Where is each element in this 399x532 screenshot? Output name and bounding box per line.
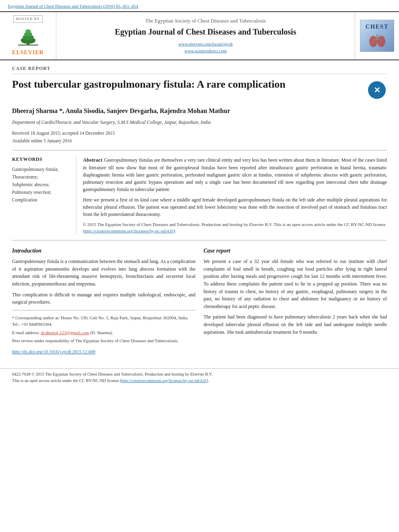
abstract-paragraph2: Here we present a first of its kind case… [83, 196, 387, 218]
journal-link1[interactable]: www.elsevier.com/locate/ejcdt [179, 41, 233, 48]
abstract-text-p1: Gastropulmonary fistulas are themselves … [83, 157, 387, 192]
abstract-keywords-section: KEYWORDS Gastropulmonary fistula; Thorac… [12, 150, 387, 240]
case-report-para1: We present a case of a 32 year old femal… [204, 258, 387, 310]
lungs-icon [367, 33, 387, 49]
available-date: Available online 5 January 2016 [12, 138, 72, 143]
case-report-column: Case report We present a case of a 32 ye… [204, 247, 387, 355]
abstract-license-link[interactable]: http://creativecommons.org/licenses/by-n… [84, 228, 174, 233]
body-columns: Introduction Gastropulmonary fistula is … [12, 247, 387, 355]
doi-section: http://dx.doi.org/10.1016/j.ejcdt.2015.1… [12, 348, 195, 355]
elsevier-tree-icon [14, 25, 42, 47]
journal-title-section: The Egyptian Society of Chest Diseases a… [56, 12, 355, 60]
bottom-license-link[interactable]: http://creativecommons.org/licenses/by-n… [121, 378, 206, 383]
abstract-box: AbstractGastropulmonary fistulas are the… [83, 156, 387, 234]
journal-header: HOSTED BY ELSEVIER The Egyptian Society … [0, 11, 399, 60]
affiliation-line: Department of CardioThoracic and Vascula… [12, 119, 387, 126]
main-content: CASE REPORT Post tubercular gastropulmon… [0, 60, 399, 367]
elsevier-logo: ELSEVIER [12, 25, 44, 57]
hosted-by-label: HOSTED BY [13, 15, 43, 23]
crossmark-badge[interactable]: ✕ [367, 80, 387, 100]
crossmark-icon: ✕ [374, 84, 380, 96]
journal-citation: Egyptian Journal of Chest Diseases and T… [8, 4, 138, 8]
peer-review-note: Peer review under responsibility of The … [12, 337, 195, 344]
bottom-bar: 0422-7638 © 2015 The Egyptian Society of… [0, 368, 399, 386]
corresponding-author: * Corresponding author at: House No. 530… [12, 314, 195, 328]
email-link[interactable]: dr.dheeraj.123@gmail.com [41, 330, 89, 335]
case-report-para2: The patient had been diagnosed to have p… [204, 313, 387, 336]
elsevier-text: ELSEVIER [12, 49, 44, 57]
case-report-title: Case report [204, 247, 387, 255]
svg-point-5 [25, 29, 31, 33]
received-date: Received 18 August 2015; accepted 14 Dec… [12, 131, 115, 136]
keyword-1: Gastropulmonary fistula; [12, 166, 70, 173]
journal-links: www.elsevier.com/locate/ejcdt www.scienc… [179, 41, 233, 55]
abstract-label: Abstract [83, 157, 102, 163]
license-line: This is an open access article under the… [12, 378, 387, 384]
abstract-copyright: © 2015 The Egyptian Society of Chest Dis… [83, 221, 387, 234]
email-footnote: E-mail address: dr.dheeraj.123@gmail.com… [12, 329, 195, 336]
svg-point-6 [21, 39, 23, 41]
introduction-para2: This complication is difficult to manage… [12, 291, 195, 306]
title-row: Post tubercular gastropulmonary fistula:… [12, 78, 387, 100]
keyword-2: Thoracotomy; [12, 174, 70, 180]
keyword-3: Subphrenic abscess; [12, 181, 70, 188]
keyword-5: Complication [12, 197, 70, 203]
svg-point-9 [377, 36, 385, 47]
crossmark-circle: ✕ [368, 81, 386, 99]
svg-point-8 [369, 36, 377, 47]
section-type-label: CASE REPORT [12, 65, 387, 74]
svg-point-7 [33, 39, 35, 41]
chest-cover-title: CHEST [366, 23, 389, 31]
chest-journal-cover: CHEST [355, 12, 399, 60]
keywords-box: KEYWORDS Gastropulmonary fistula; Thorac… [12, 156, 76, 234]
email-suffix: (D. Sharma). [90, 330, 113, 335]
keyword-4: Pulmonary resection; [12, 189, 70, 195]
svg-rect-10 [376, 35, 378, 39]
doi-link[interactable]: http://dx.doi.org/10.1016/j.ejcdt.2015.1… [12, 349, 95, 354]
elsevier-logo-section: HOSTED BY ELSEVIER [0, 12, 56, 60]
keywords-title: KEYWORDS [12, 156, 70, 163]
article-title: Post tubercular gastropulmonary fistula:… [12, 78, 359, 91]
issn-line: 0422-7638 © 2015 The Egyptian Society of… [12, 371, 387, 378]
journal-link2[interactable]: www.sciencedirect.com [179, 47, 233, 55]
email-label: E-mail address: [12, 330, 40, 335]
introduction-para1: Gastropulmonary fistula is a communicati… [12, 258, 195, 288]
authors-text: Dheeraj Sharma *, Anula Sisodia, Sanjeev… [12, 107, 230, 114]
introduction-column: Introduction Gastropulmonary fistula is … [12, 247, 195, 355]
chest-cover-image: CHEST [360, 20, 394, 52]
footnote-section: * Corresponding author at: House No. 530… [12, 310, 195, 344]
abstract-paragraph1: AbstractGastropulmonary fistulas are the… [83, 156, 387, 193]
introduction-title: Introduction [12, 247, 195, 255]
dates-section: Received 18 August 2015; accepted 14 Dec… [12, 129, 387, 144]
journal-title: Egyptian Journal of Chest Diseases and T… [115, 26, 296, 37]
society-name: The Egyptian Society of Chest Diseases a… [145, 17, 266, 25]
authors-line: Dheeraj Sharma *, Anula Sisodia, Sanjeev… [12, 107, 387, 115]
